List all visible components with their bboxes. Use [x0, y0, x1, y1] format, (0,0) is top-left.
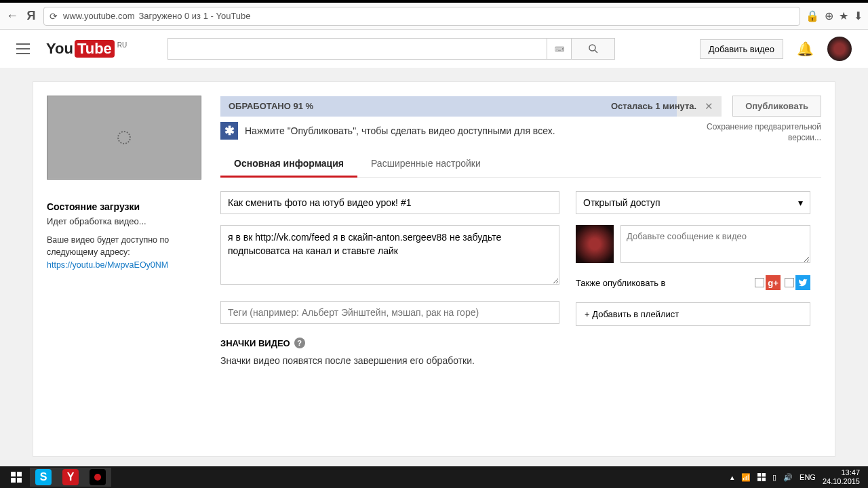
chevron-down-icon: ▾: [798, 197, 803, 208]
url-bar[interactable]: ⟳ www.youtube.com Загружено 0 из 1 - You…: [43, 7, 800, 26]
video-title-input[interactable]: [220, 191, 559, 214]
menu-icon[interactable]: [16, 43, 30, 54]
tabs: Основная информация Расширенные настройк…: [220, 151, 821, 178]
spinner-icon: [117, 131, 131, 144]
zoom-icon[interactable]: ⊕: [825, 9, 833, 22]
svg-rect-2: [11, 472, 16, 476]
publish-hint: Нажмите "Опубликовать", чтобы сделать ви…: [245, 125, 686, 136]
keyboard-icon[interactable]: ⌨: [547, 38, 572, 60]
twitter-checkbox[interactable]: [785, 278, 794, 287]
add-to-playlist-button[interactable]: + Добавить в плейлист: [576, 302, 810, 326]
video-description-input[interactable]: [220, 225, 559, 285]
upload-status-title: Состояние загрузки: [47, 201, 204, 212]
gplus-checkbox[interactable]: [755, 278, 764, 287]
processing-text: Идет обработка видео...: [47, 216, 204, 226]
upload-button[interactable]: Добавить видео: [700, 39, 783, 59]
search-button[interactable]: [572, 38, 615, 60]
svg-rect-9: [762, 478, 766, 481]
reload-icon[interactable]: ⟳: [50, 11, 58, 22]
taskbar-yandex[interactable]: Y: [57, 468, 84, 487]
thumbnails-section-title: ЗНАЧКИ ВИДЕО ?: [220, 338, 559, 348]
youtube-header: YouTube RU ⌨ Добавить видео 🔔: [0, 30, 868, 68]
share-thumbnail: [576, 225, 614, 263]
star-icon[interactable]: ★: [839, 9, 848, 22]
tab-basic-info[interactable]: Основная информация: [220, 151, 357, 178]
svg-rect-5: [17, 478, 22, 483]
info-badge-icon: ✱: [220, 122, 238, 140]
browser-toolbar: ← Я ⟳ www.youtube.com Загружено 0 из 1 -…: [0, 3, 868, 30]
share-message-input[interactable]: [620, 225, 810, 263]
wifi-icon[interactable]: 📶: [741, 473, 751, 482]
progress-label: ОБРАБОТАНО 91 %: [229, 101, 313, 111]
upload-container: Состояние загрузки Идет обработка видео.…: [33, 81, 835, 457]
language-indicator[interactable]: ENG: [800, 473, 816, 481]
svg-rect-3: [17, 472, 22, 476]
taskbar-recorder[interactable]: [84, 468, 111, 487]
svg-rect-8: [757, 478, 761, 481]
processing-progress-bar: ОБРАБОТАНО 91 % Осталась 1 минута. ✕: [220, 96, 722, 117]
video-url-link[interactable]: https://youtu.be/MwpvaEOy0NM: [47, 260, 168, 270]
battery-icon[interactable]: ▯: [772, 473, 776, 482]
tab-advanced-settings[interactable]: Расширенные настройки: [357, 151, 494, 177]
thumbnails-pending-text: Значки видео появятся после завершения е…: [220, 355, 559, 366]
svg-rect-6: [757, 473, 761, 476]
tray-up-icon[interactable]: ▴: [730, 473, 734, 482]
help-icon[interactable]: ?: [294, 338, 305, 348]
start-button[interactable]: [3, 468, 30, 487]
search-input[interactable]: [167, 38, 547, 60]
region-label: RU: [117, 41, 127, 49]
tray-windows-icon[interactable]: [757, 473, 766, 481]
time-remaining: Осталась 1 минута.: [611, 101, 696, 111]
windows-taskbar: S Y ▴ 📶 ▯ 🔊 ENG 13:47 24.10.2015: [0, 466, 868, 488]
video-thumbnail-placeholder: [47, 96, 201, 180]
avatar[interactable]: [827, 37, 852, 61]
volume-icon[interactable]: 🔊: [783, 473, 793, 482]
availability-text: Ваше видео будет доступно по следующему …: [47, 235, 204, 258]
also-publish-label: Также опубликовать в: [576, 278, 665, 288]
clock[interactable]: 13:47 24.10.2015: [823, 468, 860, 486]
cancel-upload-icon[interactable]: ✕: [705, 100, 713, 113]
google-plus-icon: g+: [766, 275, 781, 290]
publish-button[interactable]: Опубликовать: [732, 96, 821, 117]
svg-line-1: [595, 50, 597, 53]
page-title-text: Загружено 0 из 1 - YouTube: [139, 11, 251, 21]
tags-input[interactable]: [220, 301, 559, 324]
notifications-icon[interactable]: 🔔: [797, 41, 814, 57]
taskbar-skype[interactable]: S: [30, 468, 57, 487]
youtube-logo[interactable]: YouTube: [46, 40, 115, 58]
yandex-logo[interactable]: Я: [24, 9, 38, 23]
download-icon[interactable]: ⬇: [854, 9, 863, 22]
privacy-dropdown[interactable]: Открытый доступ ▾: [576, 191, 810, 214]
svg-rect-4: [11, 478, 16, 483]
twitter-icon: [795, 275, 810, 290]
back-button[interactable]: ←: [5, 9, 19, 23]
saving-status: Сохранение предварительной версии...: [699, 122, 821, 143]
url-text: www.youtube.com: [63, 11, 135, 21]
svg-point-0: [589, 45, 595, 51]
svg-rect-7: [762, 473, 766, 476]
lock-icon: 🔒: [806, 9, 819, 22]
